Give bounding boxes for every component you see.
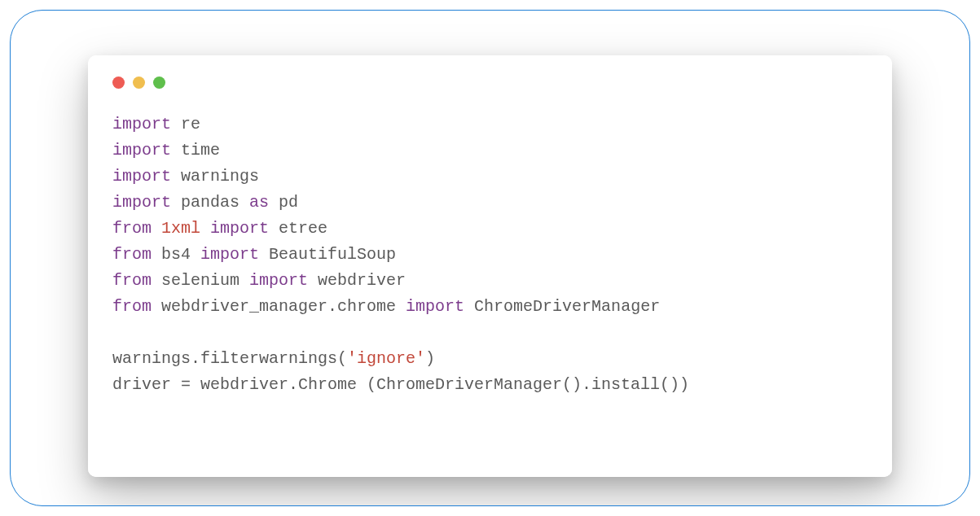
code-line: from bs4 import BeautifulSoup [112,242,868,268]
code-block: import reimport timeimport warningsimpor… [112,112,868,398]
code-token: 1xml [161,219,200,238]
code-token: as [249,193,269,212]
outer-frame: import reimport timeimport warningsimpor… [10,10,970,506]
code-line: import time [112,138,868,164]
code-window: import reimport timeimport warningsimpor… [88,55,892,477]
code-token: import [112,141,171,160]
code-line: driver = webdriver.Chrome (ChromeDriverM… [112,372,868,398]
code-line: from webdriver_manager.chrome import Chr… [112,294,868,320]
code-token: etree [269,219,327,238]
code-token: from [112,219,152,238]
code-token: warnings.filterwarnings( [112,349,347,368]
traffic-lights [112,77,868,89]
code-token: from [112,245,152,264]
code-token: import [406,297,464,316]
code-line: from 1xml import etree [112,216,868,242]
code-line: from selenium import webdriver [112,268,868,294]
code-token: time [171,141,220,160]
code-token: webdriver [308,271,406,290]
close-icon[interactable] [112,77,125,89]
code-token: pandas [171,193,249,212]
code-token: 'ignore' [347,349,425,368]
code-token: pd [269,193,298,212]
code-token [152,219,161,238]
code-token: from [112,271,152,290]
code-token: webdriver_manager.chrome [152,297,406,316]
code-token: warnings [171,167,259,186]
code-line: import re [112,112,868,138]
code-line: import pandas as pd [112,190,868,216]
code-token: ) [425,349,435,368]
code-token: driver = webdriver.Chrome (ChromeDriverM… [112,375,689,394]
code-token [200,219,210,238]
code-line: import warnings [112,164,868,190]
code-token: import [200,245,259,264]
code-token: ChromeDriverManager [464,297,660,316]
code-token: from [112,297,152,316]
minimize-icon[interactable] [133,77,145,89]
code-token: BeautifulSoup [259,245,396,264]
code-token: bs4 [152,245,200,264]
code-token: import [210,219,269,238]
code-token: selenium [152,271,249,290]
code-token: import [112,193,171,212]
code-token: import [112,115,171,133]
maximize-icon[interactable] [153,77,165,89]
code-line [112,320,868,346]
code-token: re [171,115,200,133]
code-token: import [112,167,171,186]
code-line: warnings.filterwarnings('ignore') [112,346,868,372]
code-token: import [249,271,308,290]
